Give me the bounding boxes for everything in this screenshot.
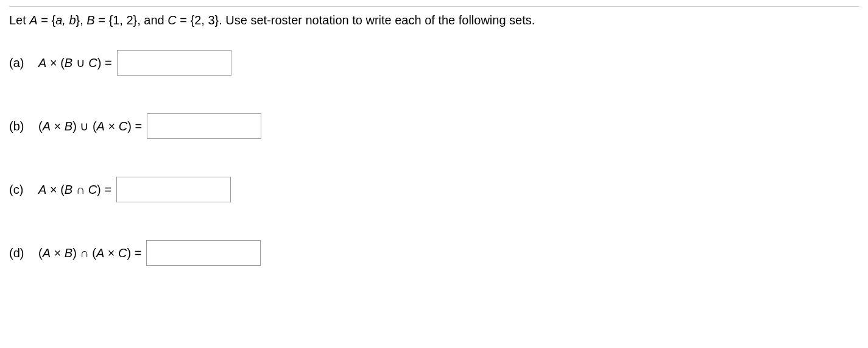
expr-c-C: C [88,183,97,196]
expr-d-B1: B [65,246,72,260]
expr-c-text: A × (B ∩ C) = [38,183,111,197]
expr-d-A2: A [96,246,104,260]
question-c-row: (c) A × (B ∩ C) = [9,177,859,202]
set-A-close: }, [76,13,87,27]
set-B-var: B [86,13,94,27]
question-a-label: (a) [9,56,27,70]
set-A-var: A [29,13,37,27]
question-b-label: (b) [9,119,27,133]
expr-c-inter: ∩ [72,183,88,196]
expr-b-times1: × [51,119,65,133]
expr-a-text: A × (B ∪ C) = [38,55,112,70]
expr-a-close: ) = [97,56,112,69]
question-a-row: (a) A × (B ∪ C) = [9,50,859,76]
question-c-label: (c) [9,183,27,197]
question-d-row: (d) (A × B) ∩ (A × C) = [9,240,859,266]
expr-d-times2: × [104,246,118,260]
question-b-row: (b) (A × B) ∪ (A × C) = [9,113,859,139]
expr-d-C2: C [118,246,127,260]
set-B-eq: = {1, 2}, and [95,13,168,27]
answer-input-d[interactable] [146,240,261,266]
expr-c-times: × ( [46,183,64,196]
expr-a-C: C [88,56,97,69]
expr-c-close: ) = [97,183,111,196]
problem-prompt: Let A = {a, b}, B = {1, 2}, and C = {2, … [9,12,859,29]
expr-b-B1: B [65,119,72,133]
answer-input-b[interactable] [147,113,261,139]
expr-d-times1: × [51,246,65,260]
expr-c-A: A [38,183,46,196]
expr-b-close1: ) ∪ ( [72,119,96,133]
question-b-expression: (A × B) ∪ (A × C) = [38,113,261,139]
set-C-var: C [168,13,176,27]
set-A-elems: a, b [55,13,76,27]
answer-input-a[interactable] [117,50,231,76]
expr-b-times2: × [105,119,119,133]
expr-b-open1: ( [38,119,43,133]
prompt-prefix: Let [9,13,29,27]
expr-b-A1: A [43,119,51,133]
answer-input-c[interactable] [116,177,231,202]
question-c-expression: A × (B ∩ C) = [38,177,231,202]
expr-d-close2: ) = [127,246,142,260]
set-C-eq: = {2, 3}. Use set-roster notation to wri… [177,13,535,27]
expr-b-C2: C [119,119,127,133]
expr-d-open1: ( [38,246,43,260]
expr-a-A: A [38,56,46,69]
expr-b-close2: ) = [127,119,142,133]
expr-b-A2: A [97,119,105,133]
question-d-expression: (A × B) ∩ (A × C) = [38,240,261,266]
expr-b-text: (A × B) ∪ (A × C) = [38,119,142,133]
top-border [9,6,859,7]
expr-d-text: (A × B) ∩ (A × C) = [38,246,141,260]
expr-c-B: B [65,183,72,196]
expr-a-B: B [65,56,72,69]
expr-a-union: ∪ [72,56,88,69]
question-a-expression: A × (B ∪ C) = [38,50,231,76]
set-A-eq: = { [38,13,55,27]
expr-d-close1: ) ∩ ( [72,246,96,260]
expr-d-A1: A [43,246,51,260]
question-d-label: (d) [9,246,27,260]
expr-a-times: × ( [46,56,64,69]
